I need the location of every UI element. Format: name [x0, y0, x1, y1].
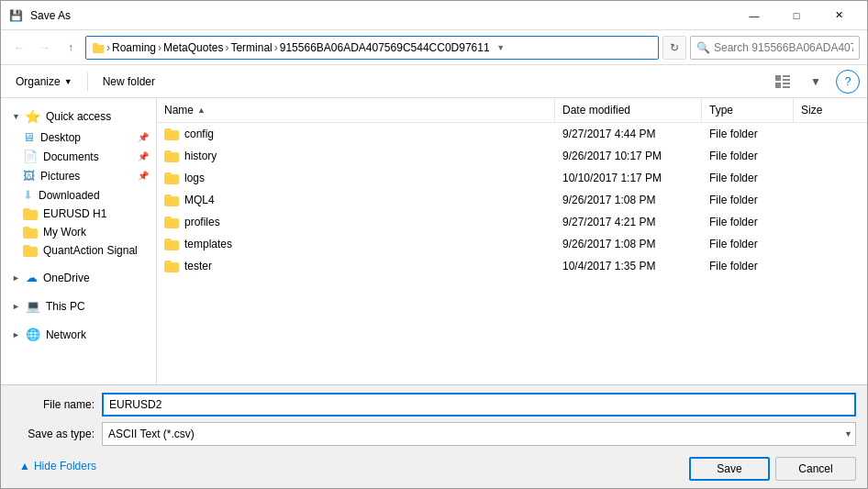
save-button[interactable]: Save [689, 457, 770, 481]
file-size-cell [794, 123, 867, 145]
table-row[interactable]: history 9/26/2017 10:17 PM File folder [157, 145, 867, 167]
path-sep-2: › [158, 41, 161, 54]
table-row[interactable]: templates 9/26/2017 1:08 PM File folder [157, 233, 867, 255]
filename-label: File name: [12, 398, 95, 411]
forward-button[interactable]: → [34, 37, 56, 59]
pin-icon-pics: 📌 [138, 171, 149, 181]
thispc-chevron-icon: ► [12, 302, 20, 311]
save-as-dialog: 💾 Save As — □ ✕ ← → ↑ › Roaming › MetaQu… [0, 0, 868, 489]
file-list-header: Name ▲ Date modified Type Size [157, 98, 867, 123]
minimize-button[interactable]: — [733, 1, 775, 30]
organize-button[interactable]: Organize ▼ [8, 70, 80, 94]
downloaded-icon: ⬇ [23, 188, 33, 202]
table-row[interactable]: profiles 9/27/2017 4:21 PM File folder [157, 211, 867, 233]
col-size[interactable]: Size [794, 98, 867, 122]
path-sep-1: › [106, 41, 110, 54]
onedrive-item[interactable]: ► ☁ OneDrive [1, 267, 156, 288]
search-box[interactable]: 🔍 [690, 36, 860, 60]
new-folder-button[interactable]: New folder [95, 70, 162, 94]
path-dropdown-button[interactable]: ▼ [494, 36, 508, 60]
sidebar-item-desktop[interactable]: 🖥 Desktop 📌 [1, 128, 156, 147]
filetype-select[interactable]: ASCII Text (*.csv) All Files (*.*) [102, 422, 856, 446]
file-size-cell [794, 233, 867, 255]
table-row[interactable]: tester 10/4/2017 1:35 PM File folder [157, 255, 867, 277]
back-button[interactable]: ← [8, 37, 30, 59]
network-chevron-icon: ► [12, 330, 20, 339]
file-type-cell: File folder [702, 123, 794, 145]
sort-arrow-icon: ▲ [197, 106, 206, 115]
file-type-cell: File folder [702, 189, 794, 211]
svg-rect-5 [783, 79, 790, 81]
help-button[interactable]: ? [836, 70, 860, 94]
svg-rect-3 [775, 83, 781, 88]
filetype-label: Save as type: [12, 428, 95, 440]
filetype-select-wrapper: ASCII Text (*.csv) All Files (*.*) ▼ [102, 422, 856, 446]
file-type-cell: File folder [702, 167, 794, 189]
hide-folders-button[interactable]: ▲ Hide Folders [12, 456, 104, 476]
search-icon: 🔍 [696, 41, 710, 54]
svg-rect-6 [783, 83, 790, 84]
table-row[interactable]: MQL4 9/26/2017 1:08 PM File folder [157, 189, 867, 211]
up-button[interactable]: ↑ [60, 37, 82, 59]
cancel-button[interactable]: Cancel [775, 457, 856, 481]
file-size-cell [794, 189, 867, 211]
toolbar: Organize ▼ New folder ▼ ? [1, 65, 867, 98]
search-input[interactable] [714, 41, 853, 54]
path-sep-4: › [274, 41, 278, 54]
refresh-button[interactable]: ↻ [662, 36, 686, 60]
svg-rect-1 [93, 43, 98, 47]
view-toggle-button[interactable] [770, 70, 796, 94]
dialog-title: Save As [30, 9, 733, 22]
quick-access-section: ▼ ⭐ Quick access 🖥 Desktop 📌 📄 Documents… [1, 102, 156, 263]
file-list-container: Name ▲ Date modified Type Size config 9/… [157, 98, 867, 384]
organize-chevron-icon: ▼ [64, 77, 72, 86]
onedrive-chevron-icon: ► [12, 273, 20, 283]
folder-icon [164, 261, 179, 272]
quantaction-folder-icon [23, 245, 38, 257]
file-name-cell: MQL4 [157, 189, 555, 211]
table-row[interactable]: config 9/27/2017 4:44 PM File folder [157, 123, 867, 145]
filename-row: File name: [12, 393, 856, 417]
toolbar-separator [87, 72, 88, 91]
view-dropdown-button[interactable]: ▼ [803, 70, 829, 94]
sidebar-item-mywork[interactable]: My Work [1, 223, 156, 241]
table-row[interactable]: logs 10/10/2017 1:17 PM File folder [157, 167, 867, 189]
file-size-cell [794, 145, 867, 167]
hide-folders-chevron-icon: ▲ [19, 460, 30, 472]
folder-icon [164, 217, 179, 228]
thispc-section: ► 💻 This PC [1, 292, 156, 320]
pin-icon: 📌 [138, 132, 149, 142]
path-icon [92, 41, 105, 54]
col-name[interactable]: Name ▲ [157, 98, 555, 122]
title-bar: 💾 Save As — □ ✕ [1, 1, 867, 30]
pictures-icon: 🖼 [23, 169, 35, 183]
folder-icon [164, 128, 179, 140]
file-date-cell: 10/10/2017 1:17 PM [555, 167, 702, 189]
path-sep-3: › [225, 41, 228, 54]
sidebar-item-pictures[interactable]: 🖼 Pictures 📌 [1, 166, 156, 185]
file-size-cell [794, 255, 867, 277]
col-date[interactable]: Date modified [555, 98, 702, 122]
window-controls: — □ ✕ [733, 1, 860, 30]
documents-icon: 📄 [23, 150, 38, 163]
maximize-button[interactable]: □ [775, 1, 818, 30]
file-type-cell: File folder [702, 145, 794, 167]
thispc-item[interactable]: ► 💻 This PC [1, 295, 156, 317]
quick-access-header[interactable]: ▼ ⭐ Quick access [1, 106, 156, 128]
quick-access-chevron-icon: ▼ [12, 112, 20, 121]
mywork-folder-icon [23, 227, 38, 239]
address-path[interactable]: › Roaming › MetaQuotes › Terminal › 9155… [85, 36, 659, 60]
sidebar-item-downloaded[interactable]: ⬇ Downloaded [1, 185, 156, 205]
path-terminal: Terminal [230, 41, 272, 54]
quick-access-star-icon: ⭐ [26, 109, 40, 124]
sidebar-item-quantaction[interactable]: QuantAction Signal [1, 241, 156, 260]
file-type-cell: File folder [702, 211, 794, 233]
network-item[interactable]: ► 🌐 Network [1, 324, 156, 345]
col-type[interactable]: Type [702, 98, 794, 122]
close-button[interactable]: ✕ [818, 1, 860, 30]
file-date-cell: 10/4/2017 1:35 PM [555, 255, 702, 277]
sidebar-item-eurusd[interactable]: EURUSD H1 [1, 205, 156, 223]
quick-access-label: Quick access [46, 110, 111, 123]
sidebar-item-documents[interactable]: 📄 Documents 📌 [1, 147, 156, 166]
filename-input[interactable] [102, 393, 856, 417]
